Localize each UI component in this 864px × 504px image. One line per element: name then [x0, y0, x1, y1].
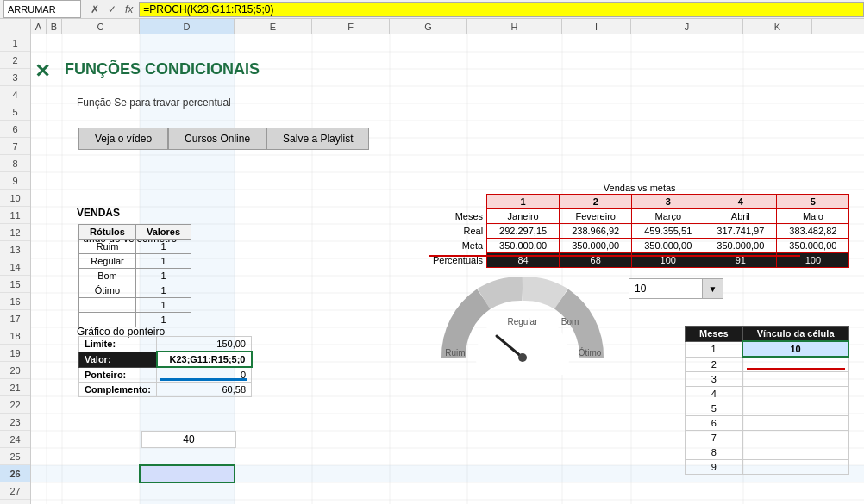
vendas-real-row[interactable]: Real 292.297,15 238.966,92 459.355,51 31… [429, 224, 849, 239]
row-27[interactable]: 27 [0, 482, 30, 500]
fx-icon[interactable]: fx [122, 3, 135, 16]
confirm-icon[interactable]: ✓ [105, 3, 119, 16]
spreadsheet: A B C D E F G H I J K 1 2 3 4 5 6 7 8 9 … [0, 19, 864, 504]
vendas-metas-table: 1 2 3 4 5 Meses Janeiro Fevereiro Março … [429, 194, 849, 268]
fundo-row-3[interactable]: Bom1 [79, 269, 191, 283]
vendas-meses-row[interactable]: Meses Janeiro Fevereiro Março Abril Maio [429, 209, 849, 224]
row-24[interactable]: 24 [0, 431, 30, 448]
row-4[interactable]: 4 [0, 86, 30, 103]
col-header-c[interactable]: C [62, 19, 140, 34]
vinculos-table: Meses Vínculo da célula 1 10 2 [685, 326, 849, 475]
fundo-row-1[interactable]: Ruim1 [79, 240, 191, 254]
row-12[interactable]: 12 [0, 224, 30, 241]
row-25[interactable]: 25 [0, 448, 30, 465]
vinculos-row-7[interactable]: 7 [686, 430, 849, 445]
row-8[interactable]: 8 [0, 155, 30, 172]
row-11[interactable]: 11 [0, 207, 30, 224]
fundo-row-4[interactable]: Ótimo1 [79, 283, 191, 298]
row-23[interactable]: 23 [0, 414, 30, 431]
col-header-e[interactable]: E [235, 19, 312, 34]
vinculos-row-1[interactable]: 1 10 [686, 341, 849, 357]
vinculos-container: Meses Vínculo da célula 1 10 2 [685, 326, 849, 475]
vendas-meta-row[interactable]: Meta 350.000,00 350.000,00 350.000,00 35… [429, 239, 849, 253]
column-headers: A B C D E F G H I J K [0, 19, 864, 34]
col-header-d[interactable]: D [140, 19, 235, 34]
row-3[interactable]: 3 [0, 69, 30, 86]
vendas-percentuais-row[interactable]: Percentuais 84 68 100 91 100 [429, 253, 849, 268]
vendas-col-headers: 1 2 3 4 5 [429, 195, 849, 209]
col-header-j[interactable]: J [631, 19, 743, 34]
formula-icons: ✗ ✓ fx [85, 3, 139, 16]
vinculos-row-4[interactable]: 4 [686, 386, 849, 401]
cursos-online-button[interactable]: Cursos Online [168, 128, 266, 150]
row-18[interactable]: 18 [0, 327, 30, 345]
row-20[interactable]: 20 [0, 362, 30, 379]
row-15[interactable]: 15 [0, 276, 30, 293]
row-10[interactable]: 10 [0, 190, 30, 207]
row-17[interactable]: 17 [0, 310, 30, 327]
dropdown-arrow-icon[interactable]: ▼ [702, 279, 723, 298]
salve-playlist-button[interactable]: Salve a Playlist [266, 128, 369, 150]
row-22[interactable]: 22 [0, 396, 30, 414]
ponteiro-ponteiro-row[interactable]: Ponteiro: 0 [79, 367, 252, 383]
vinculos-row-6[interactable]: 6 [686, 415, 849, 430]
ponteiro-complemento-row[interactable]: Complemento: 60,58 [79, 383, 252, 397]
grid[interactable]: ✕ FUNÇÕES CONDICIONAIS Função Se para tr… [31, 34, 864, 504]
ponteiro-limite-row[interactable]: Limite: 150,00 [79, 337, 252, 352]
row-16[interactable]: 16 [0, 293, 30, 310]
svg-point-43 [518, 353, 527, 362]
vinculos-header: Meses Vínculo da célula [686, 327, 849, 342]
ponteiro-valor-row[interactable]: Valor: K23;G11:R15;5;0 [79, 352, 252, 367]
dropdown-selector[interactable]: 10 ▼ [629, 278, 723, 299]
vinculos-row-3[interactable]: 3 [686, 371, 849, 386]
fundo-header-rotulos: Rótulos [79, 225, 136, 240]
row-7[interactable]: 7 [0, 138, 30, 155]
cancel-icon[interactable]: ✗ [88, 3, 102, 16]
row-6[interactable]: 6 [0, 121, 30, 138]
row-28[interactable]: 28 [0, 500, 30, 504]
row-1[interactable]: 1 [0, 34, 30, 52]
svg-line-42 [497, 336, 523, 358]
svg-text:Regular: Regular [507, 317, 538, 327]
row-numbers: 1 2 3 4 5 6 7 8 9 10 11 12 13 14 15 16 1… [0, 34, 31, 504]
fundo-row-6[interactable]: 1 [79, 313, 191, 327]
veja-video-button[interactable]: Veja o vídeo [78, 128, 168, 150]
row-19[interactable]: 19 [0, 345, 30, 362]
vinculos-row-9[interactable]: 9 [686, 459, 849, 474]
bottom-value-cell[interactable]: 40 [141, 431, 236, 448]
svg-point-41 [476, 311, 569, 375]
formula-input[interactable] [139, 2, 864, 17]
fundo-table: Rótulos Valores Ruim1 Regular1 Bom1 Ótim… [78, 224, 191, 327]
col-header-h[interactable]: H [467, 19, 562, 34]
fundo-header-valores: Valores [135, 225, 191, 240]
row-9[interactable]: 9 [0, 172, 30, 190]
col-header-i[interactable]: I [562, 19, 631, 34]
vendas-label: VENDAS [74, 207, 122, 219]
vinculos-row-8[interactable]: 8 [686, 445, 849, 459]
row-26[interactable]: 26 [0, 465, 30, 482]
corner-cell [0, 19, 31, 34]
col-header-b[interactable]: B [47, 19, 62, 34]
row-21[interactable]: 21 [0, 379, 30, 396]
vendas-metas-container: Vendas vs metas 1 2 3 4 5 Meses Janei [429, 183, 849, 268]
col-header-g[interactable]: G [390, 19, 467, 34]
row-2[interactable]: 2 [0, 52, 30, 69]
row-14[interactable]: 14 [0, 258, 30, 276]
fundo-row-5[interactable]: 1 [79, 298, 191, 313]
svg-text:Ruim: Ruim [445, 348, 465, 358]
vinculos-row-2[interactable]: 2 [686, 357, 849, 371]
name-box[interactable]: ARRUMAR [3, 0, 81, 18]
svg-text:Bom: Bom [561, 317, 579, 327]
col-header-a[interactable]: A [31, 19, 47, 34]
svg-rect-40 [140, 465, 235, 482]
fundo-row-2[interactable]: Regular1 [79, 254, 191, 269]
col-header-k[interactable]: K [743, 19, 812, 34]
content-overlay: ✕ FUNÇÕES CONDICIONAIS Função Se para tr… [31, 34, 864, 504]
row-5[interactable]: 5 [0, 103, 30, 121]
speedometer: Regular Bom Ruim Ótimo [436, 263, 609, 375]
col-header-f[interactable]: F [312, 19, 390, 34]
vinculos-row-5[interactable]: 5 [686, 401, 849, 415]
button-group: Veja o vídeo Cursos Online Salve a Playl… [78, 128, 369, 150]
row-13[interactable]: 13 [0, 241, 30, 258]
vendas-metas-title: Vendas vs metas [429, 183, 849, 193]
